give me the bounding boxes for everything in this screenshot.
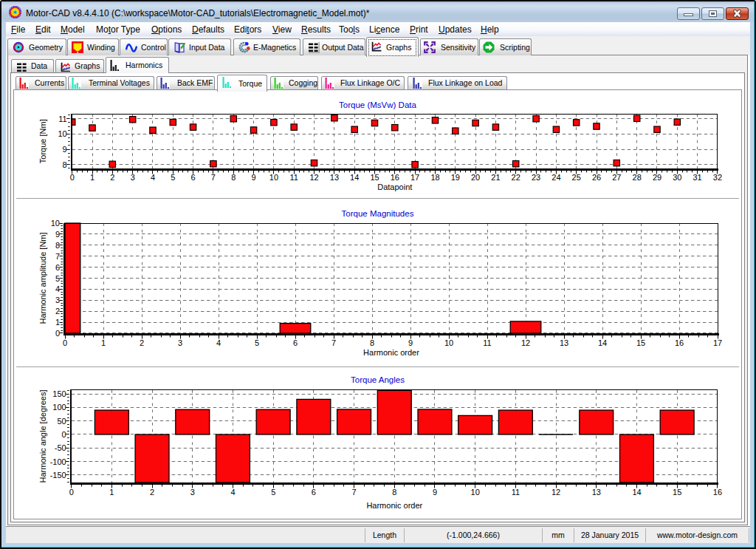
svg-text:10: 10 <box>444 338 453 347</box>
svg-text:16: 16 <box>713 488 722 497</box>
svg-text:Datapoint: Datapoint <box>377 183 412 191</box>
svg-text:19: 19 <box>451 173 460 182</box>
svg-text:9: 9 <box>433 488 437 497</box>
svg-text:Harmonic angle [degrees]: Harmonic angle [degrees] <box>38 390 47 483</box>
svg-text:2: 2 <box>150 488 154 497</box>
svg-text:32: 32 <box>713 173 722 182</box>
svg-text:150: 150 <box>52 389 66 398</box>
svg-text:16: 16 <box>675 338 684 347</box>
svg-text:11: 11 <box>483 338 491 347</box>
svg-text:0: 0 <box>70 173 75 182</box>
svg-text:11: 11 <box>58 115 66 123</box>
svg-text:6: 6 <box>293 338 298 347</box>
svg-text:2: 2 <box>110 173 114 182</box>
svg-text:1: 1 <box>109 488 114 497</box>
svg-text:29: 29 <box>653 173 662 182</box>
svg-text:8: 8 <box>63 160 67 169</box>
svg-text:5: 5 <box>171 173 175 182</box>
svg-text:50: 50 <box>57 417 66 426</box>
svg-text:1: 1 <box>55 318 60 327</box>
svg-text:31: 31 <box>693 173 701 182</box>
svg-text:13: 13 <box>592 488 601 497</box>
svg-text:7: 7 <box>211 173 216 182</box>
svg-text:-100: -100 <box>50 457 66 466</box>
svg-text:0: 0 <box>62 430 66 439</box>
svg-text:-50: -50 <box>55 443 66 452</box>
svg-text:Torque (MsVw) Data: Torque (MsVw) Data <box>339 100 416 109</box>
svg-text:26: 26 <box>592 173 601 182</box>
svg-text:12: 12 <box>521 338 530 347</box>
svg-text:11: 11 <box>289 173 298 182</box>
svg-text:5: 5 <box>55 274 60 283</box>
svg-text:13: 13 <box>330 173 339 182</box>
svg-text:4: 4 <box>216 338 221 347</box>
svg-text:8: 8 <box>370 338 374 347</box>
svg-text:15: 15 <box>636 338 645 347</box>
svg-text:Harmonic order: Harmonic order <box>366 501 422 510</box>
svg-text:-150: -150 <box>50 471 66 480</box>
svg-text:Torque Angles: Torque Angles <box>351 375 405 384</box>
svg-text:13: 13 <box>560 338 568 347</box>
svg-text:16: 16 <box>391 173 399 182</box>
svg-text:10: 10 <box>471 488 480 497</box>
svg-text:4: 4 <box>230 488 235 497</box>
svg-text:22: 22 <box>512 173 520 182</box>
svg-text:11: 11 <box>512 488 520 497</box>
svg-text:14: 14 <box>632 488 641 497</box>
svg-text:2: 2 <box>55 307 60 316</box>
svg-text:1: 1 <box>101 338 106 347</box>
svg-text:25: 25 <box>572 173 581 182</box>
svg-text:Torque Magnitudes: Torque Magnitudes <box>342 209 414 218</box>
svg-text:9: 9 <box>63 145 67 154</box>
svg-text:3: 3 <box>55 296 60 304</box>
svg-text:3: 3 <box>131 173 135 182</box>
svg-text:21: 21 <box>491 173 500 182</box>
svg-text:10: 10 <box>51 219 60 228</box>
svg-text:12: 12 <box>309 173 318 182</box>
svg-text:6: 6 <box>312 488 316 497</box>
svg-text:14: 14 <box>350 173 359 182</box>
svg-text:23: 23 <box>532 173 540 182</box>
svg-text:15: 15 <box>370 173 379 182</box>
svg-text:27: 27 <box>612 173 621 182</box>
svg-text:5: 5 <box>271 488 275 497</box>
svg-text:8: 8 <box>231 173 236 182</box>
svg-text:12: 12 <box>551 488 560 497</box>
svg-text:4: 4 <box>151 173 155 182</box>
svg-text:8: 8 <box>392 488 396 497</box>
svg-text:0: 0 <box>55 329 60 338</box>
svg-text:Harmonic order: Harmonic order <box>363 348 419 357</box>
svg-text:9: 9 <box>55 230 60 239</box>
svg-text:2: 2 <box>140 338 144 347</box>
svg-text:Harmonic amplitude [Nm]: Harmonic amplitude [Nm] <box>38 232 47 324</box>
svg-text:18: 18 <box>430 173 439 182</box>
svg-text:6: 6 <box>191 173 196 182</box>
svg-text:10: 10 <box>58 129 66 138</box>
svg-text:9: 9 <box>252 173 256 182</box>
svg-text:7: 7 <box>331 338 336 347</box>
svg-text:0: 0 <box>63 338 67 347</box>
svg-text:100: 100 <box>52 403 66 412</box>
svg-text:9: 9 <box>408 338 413 347</box>
svg-text:0: 0 <box>69 488 74 497</box>
svg-text:8: 8 <box>55 241 60 250</box>
svg-text:1: 1 <box>90 173 94 182</box>
svg-text:7: 7 <box>352 488 357 497</box>
svg-text:30: 30 <box>673 173 681 182</box>
svg-text:10: 10 <box>269 173 278 182</box>
svg-text:7: 7 <box>55 252 60 261</box>
svg-text:17: 17 <box>713 338 722 347</box>
svg-text:24: 24 <box>551 173 560 182</box>
svg-text:5: 5 <box>255 338 259 347</box>
svg-text:3: 3 <box>178 338 182 347</box>
svg-text:28: 28 <box>633 173 642 182</box>
svg-text:3: 3 <box>190 488 195 497</box>
svg-text:Torque [Nm]: Torque [Nm] <box>38 119 47 163</box>
svg-text:17: 17 <box>410 173 419 182</box>
svg-text:14: 14 <box>598 338 607 347</box>
svg-text:6: 6 <box>55 263 60 272</box>
svg-text:15: 15 <box>673 488 681 497</box>
svg-text:4: 4 <box>55 284 60 293</box>
svg-text:20: 20 <box>471 173 480 182</box>
